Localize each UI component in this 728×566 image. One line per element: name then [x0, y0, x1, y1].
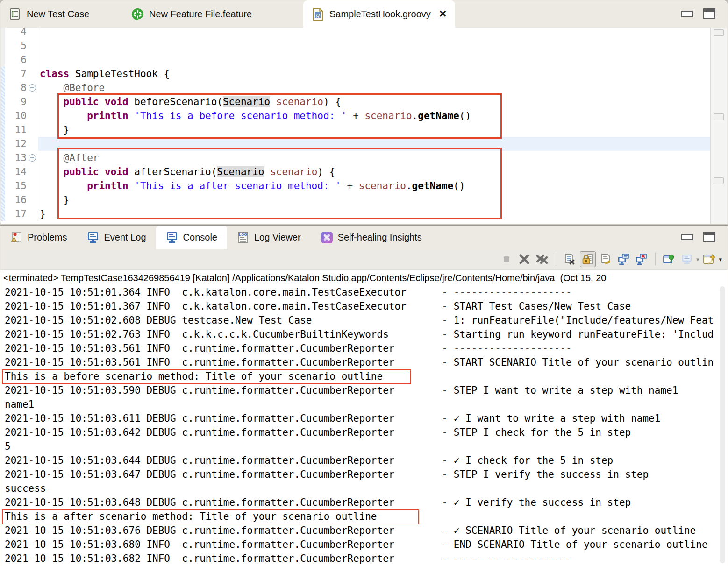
open-console-icon[interactable]: [702, 252, 717, 267]
overview-ruler[interactable]: [710, 28, 727, 224]
code-editor[interactable]: 4567class SampleTestHook {8 @Before9 pub…: [1, 28, 727, 224]
minimize-icon[interactable]: [681, 11, 693, 17]
tab-label: Console: [183, 232, 217, 243]
console-line-text: 2021-10-15 10:51:03.561 INFO c.runtime.f…: [5, 341, 727, 355]
console-monitor-icon: [86, 231, 99, 244]
remove-launch-icon[interactable]: [517, 252, 532, 267]
console-line-text: 2021-10-15 10:51:03.590 DEBUG c.runtime.…: [5, 383, 727, 397]
fold-gutter: [27, 53, 38, 67]
pin-console-icon[interactable]: [662, 252, 677, 267]
tab-problems[interactable]: Problems: [0, 226, 77, 249]
display-console-dropdown-caret[interactable]: ▾: [696, 256, 699, 263]
tab-new-feature-file[interactable]: New Feature File.feature: [122, 0, 289, 28]
remove-all-terminated-icon[interactable]: [535, 252, 550, 267]
code-text: @Before: [38, 81, 711, 95]
fold-collapse-icon[interactable]: [27, 81, 38, 95]
terminate-icon[interactable]: [499, 252, 514, 267]
minimize-icon[interactable]: [681, 234, 693, 240]
range-indicator: [1, 137, 5, 151]
code-text: public void beforeScenario(Scenario scen…: [38, 95, 711, 109]
fold-gutter: [27, 165, 38, 179]
range-indicator: [1, 81, 5, 95]
clear-console-icon[interactable]: [562, 252, 577, 267]
console-line: success: [1, 481, 727, 495]
fold-gutter: [27, 179, 38, 193]
code-line[interactable]: 8 @Before: [1, 81, 711, 95]
close-tab-icon[interactable]: ✕: [439, 8, 447, 20]
console-line: This is a after scenario method: Title o…: [1, 509, 727, 524]
fold-gutter: [27, 137, 38, 151]
code-line[interactable]: 14 public void afterScenario(Scenario sc…: [1, 165, 711, 179]
line-number: 17: [5, 207, 27, 221]
code-text: }: [38, 207, 711, 221]
code-line[interactable]: 17}: [1, 207, 711, 221]
fold-gutter: [27, 109, 38, 123]
line-number: 7: [5, 67, 27, 81]
code-text: [38, 28, 711, 39]
console-line: 2021-10-15 10:51:02.608 DEBUG testcase.N…: [1, 313, 727, 327]
groovy-file-icon: g: [312, 8, 324, 21]
scroll-lock-icon[interactable]: [580, 251, 596, 267]
console-line: 2021-10-15 10:51:03.561 INFO c.runtime.f…: [1, 355, 727, 369]
code-line[interactable]: 12: [1, 137, 711, 151]
fold-gutter: [27, 193, 38, 207]
console-line: This is a before scenario method: Title …: [1, 369, 727, 383]
code-line[interactable]: 11 }: [1, 123, 711, 137]
console-line-text: 2021-10-15 10:51:03.644 DEBUG c.runtime.…: [5, 453, 727, 467]
editor-tab-bar: New Test Case New Feature File.feature g…: [0, 0, 728, 28]
tab-new-test-case[interactable]: New Test Case: [0, 0, 119, 28]
tab-console[interactable]: Console: [156, 226, 227, 249]
range-indicator: [1, 123, 5, 137]
console-line-text: 2021-10-15 10:51:01.367 INFO c.k.katalon…: [5, 299, 727, 313]
code-line[interactable]: 10 println 'This is a before scenario me…: [1, 109, 711, 123]
range-indicator: [1, 179, 5, 193]
code-line[interactable]: 4: [1, 28, 711, 39]
console-line: 2021-10-15 10:51:03.644 DEBUG c.runtime.…: [1, 453, 727, 467]
range-indicator: [1, 165, 5, 179]
console-output: 2021-10-15 10:51:01.364 INFO c.k.katalon…: [1, 285, 727, 566]
code-line[interactable]: 5: [1, 39, 711, 53]
fold-gutter: [27, 67, 38, 81]
fold-collapse-icon[interactable]: [27, 151, 38, 165]
console-scrollbar[interactable]: [720, 286, 725, 563]
code-line[interactable]: 9 public void beforeScenario(Scenario sc…: [1, 95, 711, 109]
console-description: <terminated> TempTestCase1634269856419 […: [0, 270, 728, 286]
annotation-marker[interactable]: [714, 113, 724, 120]
console-line: 5: [1, 439, 727, 453]
console-line-text: This is a after scenario method: Title o…: [5, 509, 727, 524]
code-line[interactable]: 16 }: [1, 193, 711, 207]
console-line: name1: [1, 397, 727, 411]
maximize-icon[interactable]: [703, 8, 715, 19]
code-line[interactable]: 13 @After: [1, 151, 711, 165]
tab-log-viewer[interactable]: LOG Log Viewer: [227, 226, 311, 249]
svg-text:LOG: LOG: [239, 233, 247, 237]
code-line[interactable]: 6: [1, 53, 711, 67]
open-log-icon[interactable]: [599, 252, 614, 267]
annotation-marker[interactable]: [714, 29, 724, 36]
fold-gutter: [27, 207, 38, 221]
maximize-icon[interactable]: [703, 232, 715, 242]
panel-tab-bar: Problems Event Log Console LOG Log Viewe…: [0, 226, 728, 249]
open-console-dropdown-caret[interactable]: ▾: [719, 256, 722, 263]
line-number: 5: [5, 39, 27, 53]
code-line[interactable]: 15 println 'This is a after scenario met…: [1, 179, 711, 193]
show-on-stdout-icon[interactable]: [616, 252, 631, 267]
line-number: 12: [5, 137, 27, 151]
fold-gutter: [27, 39, 38, 53]
range-indicator: [1, 151, 5, 165]
range-indicator: [1, 193, 5, 207]
tab-sampletesthook-groovy[interactable]: g SampleTestHook.groovy ✕: [303, 0, 455, 28]
console-line-text: 2021-10-15 10:51:03.561 INFO c.runtime.f…: [5, 355, 727, 369]
tab-event-log[interactable]: Event Log: [77, 226, 156, 249]
console-line-text: success: [5, 481, 727, 495]
code-lines: 4567class SampleTestHook {8 @Before9 pub…: [1, 28, 711, 221]
problems-icon: [10, 231, 23, 244]
tab-self-healing-insights[interactable]: Self-healing Insights: [311, 226, 432, 249]
console-line-text: 2021-10-15 10:51:03.682 INFO c.runtime.f…: [5, 552, 727, 566]
annotation-marker[interactable]: [714, 177, 724, 184]
show-on-stderr-icon[interactable]: [634, 252, 649, 267]
console-line-text: This is a before scenario method: Title …: [5, 369, 727, 383]
display-selected-console-icon[interactable]: [679, 252, 694, 267]
tab-label: New Feature File.feature: [149, 9, 252, 20]
code-line[interactable]: 7class SampleTestHook {: [1, 67, 711, 81]
